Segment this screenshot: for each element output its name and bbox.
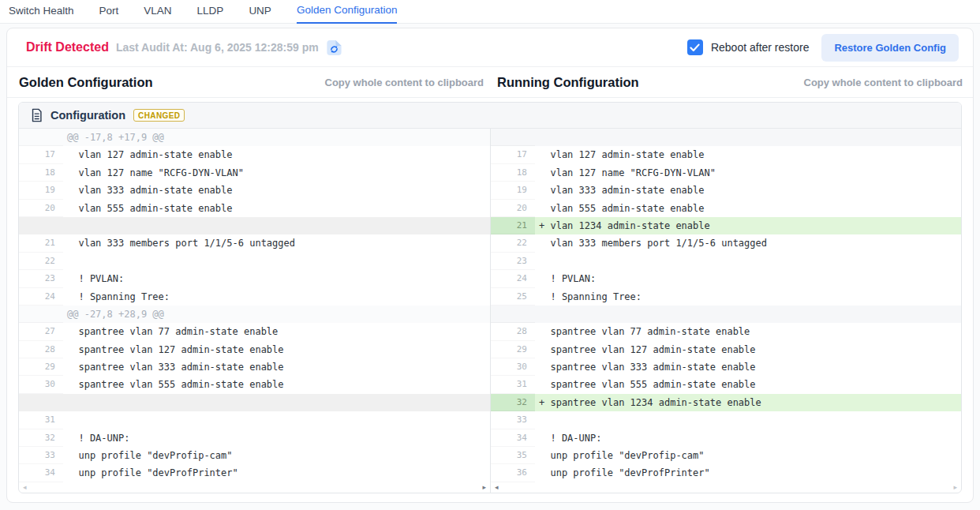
code-line xyxy=(63,394,490,411)
scroll-right-arrow-icon[interactable]: ▸ xyxy=(482,484,486,491)
line-number: 36 xyxy=(491,464,535,482)
code-line: + spantree vlan 1234 admin-state enable xyxy=(535,394,961,411)
diff-row: 27 spantree vlan 77 admin-state enable xyxy=(19,323,490,340)
line-number: 34 xyxy=(19,464,63,482)
code-line: spantree vlan 555 admin-state enable xyxy=(63,376,490,393)
line-number: 19 xyxy=(491,182,535,199)
line-number: 28 xyxy=(491,323,535,340)
code-line: spantree vlan 127 admin-state enable xyxy=(63,341,490,358)
code-line: vlan 333 members port 1/1/5-6 untagged xyxy=(535,234,961,252)
line-number: 29 xyxy=(491,341,535,358)
line-number: 24 xyxy=(491,270,535,287)
copy-golden-config-link[interactable]: Copy whole content to clipboard xyxy=(325,77,484,88)
diff-row: 32+ spantree vlan 1234 admin-state enabl… xyxy=(491,394,961,411)
line-number: 30 xyxy=(491,358,535,376)
audit-refresh-icon[interactable] xyxy=(325,39,343,57)
tab-port[interactable]: Port xyxy=(99,5,119,23)
code-line xyxy=(535,253,961,270)
code-line: vlan 333 admin-state enable xyxy=(63,182,490,199)
diff-row: 22 vlan 333 members port 1/1/5-6 untagge… xyxy=(491,234,961,252)
running-diff-rows: 17 vlan 127 admin-state enable18 vlan 12… xyxy=(491,129,961,482)
code-line: ! PVLAN: xyxy=(535,270,961,287)
line-number: 25 xyxy=(491,288,535,306)
line-number: 32 xyxy=(491,394,535,411)
diff-row: 29 spantree vlan 127 admin-state enable xyxy=(491,341,961,358)
code-line: vlan 333 members port 1/1/5-6 untagged xyxy=(63,234,490,252)
tab-bar: Switch HealthPortVLANLLDPUNPGolden Confi… xyxy=(0,0,980,24)
running-horizontal-scrollbar[interactable]: ◂ ▸ xyxy=(491,482,961,493)
diff-row: 17 vlan 127 admin-state enable xyxy=(491,146,961,163)
diff-row xyxy=(19,217,490,234)
code-line: unp profile "devProfPrinter" xyxy=(63,464,490,482)
tab-golden-configuration[interactable]: Golden Configuration xyxy=(297,4,398,24)
scroll-right-arrow-icon[interactable]: ▸ xyxy=(953,484,957,491)
restore-golden-config-button[interactable]: Restore Golden Config xyxy=(821,34,959,62)
code-line: spantree vlan 555 admin-state enable xyxy=(535,376,961,393)
diff-file-title: Configuration xyxy=(50,109,125,122)
diff-row: 29 spantree vlan 333 admin-state enable xyxy=(19,358,490,376)
diff-row: 30 spantree vlan 555 admin-state enable xyxy=(19,376,490,393)
code-line: ! DA-UNP: xyxy=(535,429,961,447)
diff-row: @@ -17,8 +17,9 @@ xyxy=(19,129,490,146)
drift-status: Drift Detected xyxy=(26,40,109,54)
line-number: 29 xyxy=(19,358,63,376)
tab-vlan[interactable]: VLAN xyxy=(144,5,171,23)
tab-unp[interactable]: UNP xyxy=(249,5,271,23)
diff-row: 31 xyxy=(19,411,490,429)
golden-configuration-title: Golden Configuration xyxy=(19,75,153,90)
code-line: vlan 555 admin-state enable xyxy=(63,200,490,217)
tab-switch-health[interactable]: Switch Health xyxy=(9,5,74,23)
line-number: 31 xyxy=(19,411,63,429)
diff-row: @@ -27,8 +28,9 @@ xyxy=(19,306,490,323)
line-number: 30 xyxy=(19,376,63,393)
scroll-left-arrow-icon[interactable]: ◂ xyxy=(23,484,27,491)
tab-lldp[interactable]: LLDP xyxy=(197,5,224,23)
checkmark-icon xyxy=(690,43,700,52)
code-line: vlan 127 name "RCFG-DYN-VLAN" xyxy=(63,164,490,182)
code-line: + vlan 1234 admin-state enable xyxy=(535,217,961,234)
line-number xyxy=(19,129,63,146)
line-number: 20 xyxy=(491,200,535,217)
diff-row: 21 vlan 333 members port 1/1/5-6 untagge… xyxy=(19,234,490,252)
scroll-left-arrow-icon[interactable]: ◂ xyxy=(495,484,499,491)
code-line: unp profile "devProfip-cam" xyxy=(535,447,961,464)
line-number: 17 xyxy=(491,146,535,163)
line-number: 18 xyxy=(19,164,63,182)
configuration-diff-panel: Configuration CHANGED @@ -17,8 +17,9 @@1… xyxy=(18,102,962,493)
line-number xyxy=(491,129,535,146)
code-line: spantree vlan 77 admin-state enable xyxy=(63,323,490,340)
code-line: ! PVLAN: xyxy=(63,270,490,287)
column-titles-row: Golden Configuration Copy whole content … xyxy=(7,67,973,98)
diff-row: 18 vlan 127 name "RCFG-DYN-VLAN" xyxy=(19,164,490,182)
golden-config-card: Drift Detected Last Audit At: Aug 6, 202… xyxy=(6,28,974,503)
code-line xyxy=(535,411,961,429)
code-line: spantree vlan 127 admin-state enable xyxy=(535,341,961,358)
diff-row: 20 vlan 555 admin-state enable xyxy=(19,200,490,217)
line-number xyxy=(19,394,63,411)
reboot-after-restore-checkbox[interactable] xyxy=(687,39,703,55)
diff-row: 35 unp profile "devProfip-cam" xyxy=(491,447,961,464)
golden-config-diff-column: @@ -17,8 +17,9 @@17 vlan 127 admin-state… xyxy=(19,129,490,493)
diff-row: 32 ! DA-UNP: xyxy=(19,429,490,447)
code-line: vlan 127 admin-state enable xyxy=(63,146,490,163)
line-number: 23 xyxy=(491,253,535,270)
diff-row: 34 unp profile "devProfPrinter" xyxy=(19,464,490,482)
diff-row: 23 xyxy=(491,253,961,270)
code-line: spantree vlan 333 admin-state enable xyxy=(63,358,490,376)
code-line: ! Spanning Tree: xyxy=(63,288,490,306)
line-number: 32 xyxy=(19,429,63,447)
golden-horizontal-scrollbar[interactable]: ◂ ▸ xyxy=(19,482,490,493)
code-line xyxy=(535,129,961,146)
line-number: 22 xyxy=(19,253,63,270)
diff-row xyxy=(491,306,961,323)
copy-running-config-link[interactable]: Copy whole content to clipboard xyxy=(804,77,963,88)
code-line: vlan 333 admin-state enable xyxy=(535,182,961,199)
line-number: 20 xyxy=(19,200,63,217)
diff-row: 24 ! PVLAN: xyxy=(491,270,961,287)
line-number: 19 xyxy=(19,182,63,199)
line-number xyxy=(19,306,63,323)
code-line: @@ -27,8 +28,9 @@ xyxy=(63,306,490,323)
code-line: unp profile "devProfPrinter" xyxy=(535,464,961,482)
line-number: 17 xyxy=(19,146,63,163)
code-line: vlan 555 admin-state enable xyxy=(535,200,961,217)
